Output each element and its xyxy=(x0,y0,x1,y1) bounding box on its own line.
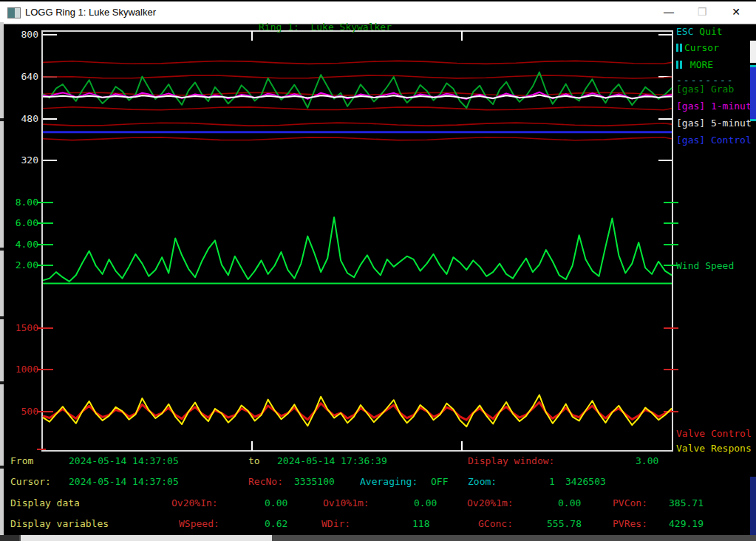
scrollbar-corner xyxy=(0,535,19,541)
from-value: 2024-05-14 14:37:05 xyxy=(69,455,179,466)
wdir-label: WDir: xyxy=(321,518,350,529)
valve-tick-label: 1500 xyxy=(6,322,38,333)
pvcon-label: PVCon: xyxy=(613,497,647,508)
pvcon-value: 385.71 xyxy=(669,497,704,508)
to-label: to xyxy=(248,455,260,466)
ov201m-label: Ov20%1m: xyxy=(467,497,514,508)
gconc-value: 555.78 xyxy=(547,518,582,529)
right-scrollbar-track[interactable] xyxy=(750,65,756,121)
right-scrollbar-lower[interactable] xyxy=(750,477,756,540)
valve-tick-label: 500 xyxy=(6,406,38,417)
gas-tick-label: 320 xyxy=(6,154,38,166)
valve-tick-label: 1000 xyxy=(6,364,38,375)
cursor-value: 2024-05-14 14:37:05 xyxy=(69,476,179,487)
display-window-value: 3.00 xyxy=(636,455,658,466)
zoom-recno-value: 3426503 xyxy=(565,476,606,487)
menu-gas-5-minut[interactable]: [gas] 5-minut xyxy=(676,118,752,129)
wspeed-value: 0.62 xyxy=(265,518,287,529)
ov101m-label: Ov10%1m: xyxy=(323,497,370,508)
recno-label: RecNo: xyxy=(248,476,283,487)
averaging-label: Averaging: xyxy=(360,476,418,487)
cursor-bars-icon xyxy=(676,44,683,52)
menu-gas-control[interactable]: [gas] Control xyxy=(676,135,752,146)
valve-response-label: Valve Respons xyxy=(676,443,752,454)
ov20in-label: Ov20%In: xyxy=(171,497,218,508)
cursor-label: Cursor: xyxy=(10,476,51,487)
ov101m-value: 0.00 xyxy=(414,497,437,508)
menu-gas-1-minut[interactable]: [gas] 1-minut xyxy=(676,101,752,112)
gas-tick-label: 640 xyxy=(6,71,38,82)
display-data-label: Display data xyxy=(10,497,80,508)
more-label: MORE xyxy=(690,59,713,70)
pvres-value: 429.19 xyxy=(669,518,704,529)
pvres-label: PVRes: xyxy=(613,518,647,529)
valve-control-label: Valve Control xyxy=(676,428,752,439)
wind-tick-label: 6.00 xyxy=(6,217,38,228)
wdir-value: 118 xyxy=(412,518,429,529)
menu-gas-grab[interactable]: [gas] Grab xyxy=(676,84,734,95)
wind-speed-label: Wind Speed xyxy=(676,260,734,271)
quit-label: Quit xyxy=(699,26,722,37)
ov20in-value: 0.00 xyxy=(265,497,287,508)
averaging-value: OFF xyxy=(431,476,448,487)
gas-tick-label: 480 xyxy=(6,113,38,124)
horizontal-scrollbar[interactable] xyxy=(0,535,756,541)
gconc-label: GConc: xyxy=(478,518,513,529)
recno-value: 3335100 xyxy=(294,476,335,487)
gas-tick-label: 800 xyxy=(6,29,38,40)
menu-more[interactable]: MORE xyxy=(676,59,713,70)
wspeed-label: WSpeed: xyxy=(179,518,219,529)
cursor-label: Cursor xyxy=(684,42,719,53)
left-scrollbar[interactable] xyxy=(0,22,4,536)
more-bars-icon xyxy=(676,61,683,69)
wind-tick-label: 2.00 xyxy=(6,259,38,270)
plot-title: Ring 1: Luke Skywalker xyxy=(222,21,429,33)
display-window-label: Display window: xyxy=(468,455,554,466)
horizontal-scrollbar-thumb[interactable] xyxy=(21,535,272,541)
esc-key-label: ESC xyxy=(676,26,693,37)
zoom-value: 1 xyxy=(549,476,555,487)
right-scrollbar-thumb[interactable] xyxy=(750,41,756,63)
display-variables-label: Display variables xyxy=(10,518,109,529)
wind-tick-label: 8.00 xyxy=(6,197,38,208)
from-label: From xyxy=(10,455,33,466)
ov201m-value: 0.00 xyxy=(558,497,581,508)
wind-tick-label: 4.00 xyxy=(6,239,38,250)
menu-cursor[interactable]: Cursor xyxy=(676,42,719,53)
to-value: 2024-05-14 17:36:39 xyxy=(277,455,387,466)
menu-quit[interactable]: ESC Quit xyxy=(676,26,723,37)
logg-window: { "window": { "title": "LOGG Ring 1: Luk… xyxy=(0,0,756,541)
zoom-label: Zoom: xyxy=(468,476,497,487)
